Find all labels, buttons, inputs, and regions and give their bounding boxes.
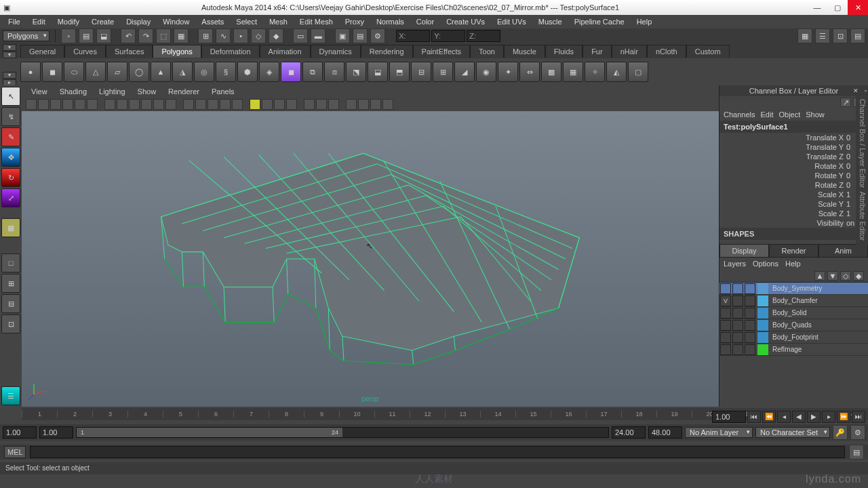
snap-plane-icon[interactable]: ◇ <box>251 28 266 43</box>
rotate-tool[interactable]: ↻ <box>1 168 20 187</box>
open-scene-icon[interactable]: ▤ <box>79 28 94 43</box>
shelf-tab-general[interactable]: General <box>20 45 64 58</box>
uv-icon[interactable]: ▦ <box>563 62 583 82</box>
poly-soccer-icon[interactable]: ⬢ <box>237 62 258 82</box>
layer-tab-anim[interactable]: Anim <box>818 244 868 258</box>
four-pane-layout[interactable]: ⊞ <box>1 274 20 293</box>
step-back-key-button[interactable]: ⏪ <box>762 411 776 423</box>
x-field[interactable]: X: <box>396 30 430 42</box>
step-forward-button[interactable]: ▸ <box>822 411 835 423</box>
shelf-menu-icon[interactable]: ▾▸ <box>3 72 16 86</box>
combine-icon[interactable]: ⧉ <box>302 62 323 82</box>
vt-select-camera-icon[interactable] <box>26 99 37 110</box>
step-back-button[interactable]: ◂ <box>777 411 791 423</box>
playback-start-field[interactable]: 1.00 <box>39 426 73 439</box>
insert-loop-icon[interactable]: ⊟ <box>411 62 431 82</box>
layer-move-up-icon[interactable]: ▲ <box>814 271 825 281</box>
y-field[interactable]: Y: <box>431 30 465 42</box>
channel-box-toggle-icon[interactable]: ▤ <box>850 28 865 43</box>
poly-cube-icon[interactable]: ◼ <box>42 62 62 82</box>
shelf-tab-custom[interactable]: Custom <box>686 45 730 58</box>
selected-object-name[interactable]: Test:polySurface1 <box>719 121 868 133</box>
vt-depth-icon[interactable] <box>382 99 393 110</box>
vt-lock-camera-icon[interactable] <box>38 99 49 110</box>
play-back-button[interactable]: ◀ <box>792 411 806 423</box>
vt-wireframe-icon[interactable] <box>183 99 194 110</box>
history-icon[interactable]: ▭ <box>293 28 308 43</box>
mirror-icon[interactable]: ⇔ <box>519 62 540 82</box>
poly-pipe-icon[interactable]: ◎ <box>194 62 214 82</box>
anim-start-field[interactable]: 1.00 <box>3 426 37 439</box>
shelf-dropdown-icon[interactable]: ▾▾ <box>3 44 16 58</box>
poly-sphere-icon[interactable]: ● <box>20 62 41 82</box>
poly-cone-icon[interactable]: △ <box>85 62 106 82</box>
viewmenu-show[interactable]: Show <box>132 87 162 96</box>
range-slider[interactable]: 124 <box>76 427 609 438</box>
channel-tab-show[interactable]: Show <box>806 110 825 119</box>
z-field[interactable]: Z: <box>467 30 500 42</box>
right-side-tabs[interactable]: Channel Box / Layer Editor Attribute Edi… <box>856 95 868 245</box>
menu-create-uvs[interactable]: Create UVs <box>441 16 490 27</box>
poly-helix-icon[interactable]: § <box>216 62 236 82</box>
viewmenu-panels[interactable]: Panels <box>206 87 240 96</box>
offset-loop-icon[interactable]: ⊞ <box>433 62 453 82</box>
attr-row[interactable]: Translate Y0 <box>719 142 868 152</box>
menu-select[interactable]: Select <box>231 16 262 27</box>
attr-row[interactable]: Scale Z1 <box>719 209 868 218</box>
menu-file[interactable]: File <box>3 16 26 27</box>
channel-mode-icon[interactable]: ↗ <box>840 98 851 107</box>
current-frame-field[interactable]: 1.00 <box>712 411 746 423</box>
vt-2d-pan-icon[interactable] <box>75 99 85 110</box>
shelf-tab-surfaces[interactable]: Surfaces <box>106 45 153 58</box>
channel-tab-channels[interactable]: Channels <box>724 110 755 119</box>
vt-exposure-icon[interactable] <box>304 99 315 110</box>
layer-menu-options[interactable]: Options <box>753 260 778 268</box>
layer-tab-render[interactable]: Render <box>769 244 818 258</box>
two-pane-layout[interactable]: ⊟ <box>1 294 20 313</box>
layer-row[interactable]: Body_Symmetry <box>719 283 868 295</box>
layer-new-empty-icon[interactable]: ◇ <box>840 271 851 281</box>
mel-input[interactable] <box>30 446 845 458</box>
attribute-editor-toggle-icon[interactable]: ☰ <box>815 28 830 43</box>
menu-edit[interactable]: Edit <box>27 16 51 27</box>
snap-point-icon[interactable]: • <box>233 28 248 43</box>
menu-muscle[interactable]: Muscle <box>533 16 568 27</box>
layer-row[interactable]: RefImage <box>719 344 868 356</box>
layer-row[interactable]: Body_Solid <box>719 307 868 319</box>
script-editor-icon[interactable]: ▤ <box>849 445 864 460</box>
menu-window[interactable]: Window <box>157 16 195 27</box>
channel-tab-object[interactable]: Object <box>778 110 800 119</box>
poly-cylinder-icon[interactable]: ⬭ <box>64 62 84 82</box>
shelf-tab-deformation[interactable]: Deformation <box>201 45 260 58</box>
layer-row[interactable]: Body_Footprint <box>719 331 868 344</box>
vt-field-chart-icon[interactable] <box>153 99 164 110</box>
menu-normals[interactable]: Normals <box>371 16 410 27</box>
move-tool[interactable]: ✥ <box>1 148 20 167</box>
autokey-icon[interactable]: 🔑 <box>833 425 848 440</box>
menu-assets[interactable]: Assets <box>196 16 229 27</box>
poly-pyramid-icon[interactable]: ◮ <box>172 62 193 82</box>
vt-textured-icon[interactable] <box>208 99 218 110</box>
layer-new-selected-icon[interactable]: ◆ <box>853 271 864 281</box>
attr-row[interactable]: Rotate Z0 <box>719 180 868 190</box>
bevel-icon[interactable]: ◢ <box>454 62 475 82</box>
anim-layer-dropdown[interactable]: No Anim Layer <box>685 427 753 438</box>
menu-edit-uvs[interactable]: Edit UVs <box>492 16 532 27</box>
menu-display[interactable]: Display <box>121 16 156 27</box>
viewmenu-view[interactable]: View <box>26 87 53 96</box>
vt-renderer-icon[interactable] <box>346 99 357 110</box>
paint-select-tool[interactable]: ✎ <box>1 127 20 146</box>
snap-curve-icon[interactable]: ∿ <box>216 28 231 43</box>
vt-xray-joints-icon[interactable] <box>274 99 285 110</box>
prefs-icon[interactable]: ⚙ <box>850 425 865 440</box>
vt-isolate-icon[interactable] <box>250 99 260 110</box>
poly-type-icon[interactable]: ◼ <box>281 62 301 82</box>
go-start-button[interactable]: ⏮ <box>747 411 761 423</box>
vt-gate-mask-icon[interactable] <box>141 99 152 110</box>
playback-end-field[interactable]: 24.00 <box>612 426 646 439</box>
poly-plane-icon[interactable]: ▱ <box>107 62 127 82</box>
shelf-tab-fur[interactable]: Fur <box>583 45 612 58</box>
menu-help[interactable]: Help <box>631 16 658 27</box>
viewmenu-shading[interactable]: Shading <box>54 87 92 96</box>
sculpt-icon[interactable]: ✦ <box>498 62 518 82</box>
